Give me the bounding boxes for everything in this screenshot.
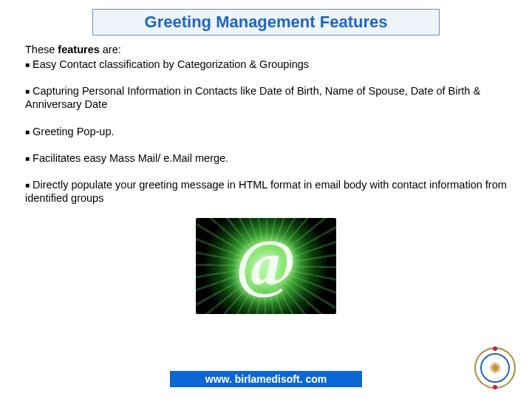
bullet-icon: ■	[25, 87, 30, 95]
footer-banner: www. birlamedisoft. com	[170, 371, 362, 387]
intro-line: These features are:	[25, 43, 507, 56]
title-banner: Greeting Management Features	[92, 9, 440, 35]
content-area: These features are: ■Easy Contact classi…	[0, 35, 532, 314]
bullet-text: Facilitates easy Mass Mail/ e.Mail merge…	[33, 152, 228, 164]
bullet-icon: ■	[25, 61, 30, 69]
intro-tail: are:	[100, 44, 121, 55]
bullet-text: Capturing Personal Information in Contac…	[25, 85, 480, 110]
footer-url: www. birlamedisoft. com	[205, 373, 327, 385]
bullet-text: Greeting Pop-up.	[33, 126, 114, 137]
bullet-icon: ■	[25, 128, 30, 136]
at-icon: @	[236, 231, 296, 296]
logo-dot	[493, 347, 497, 351]
bullet-item: ■Capturing Personal Information in Conta…	[25, 84, 507, 111]
at-figure: @	[196, 218, 336, 314]
company-logo: ✺	[474, 347, 516, 389]
bullet-icon: ■	[25, 181, 30, 189]
bullet-item: ■Greeting Pop-up.	[25, 125, 507, 138]
bullet-item: ■Facilitates easy Mass Mail/ e.Mail merg…	[25, 151, 507, 165]
bullet-icon: ■	[25, 154, 30, 163]
logo-inner-ring: ✺	[480, 353, 510, 383]
page-title: Greeting Management Features	[145, 13, 388, 31]
intro-bold: features	[58, 44, 99, 55]
bullet-item: ■Easy Contact classification by Categori…	[25, 58, 507, 71]
bullet-text: Easy Contact classification by Categoriz…	[33, 58, 309, 70]
logo-dot	[493, 385, 497, 389]
vitruvian-icon: ✺	[489, 361, 502, 375]
bullet-item: ■Directly populate your greeting message…	[25, 178, 507, 205]
bullet-text: Directly populate your greeting message …	[25, 179, 507, 204]
intro-plain: These	[25, 44, 58, 55]
